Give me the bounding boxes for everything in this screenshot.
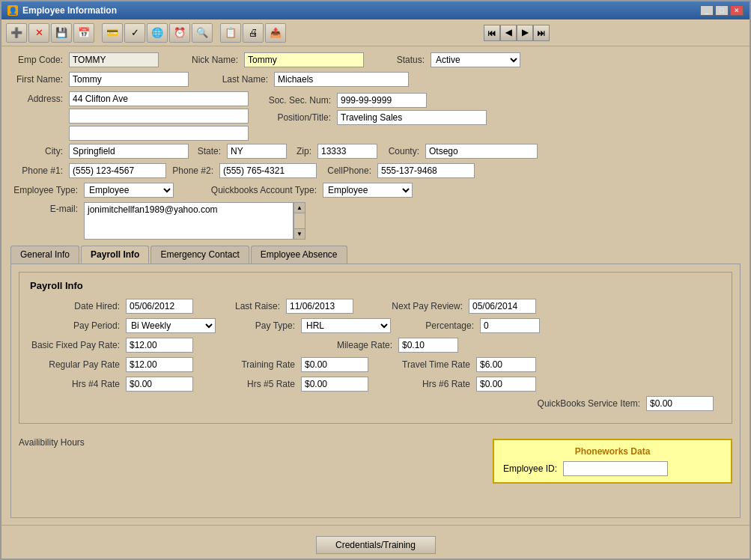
training-rate-input[interactable] (301, 357, 368, 372)
row-names: First Name: Last Name: (10, 72, 741, 87)
app-icon: 👤 (7, 5, 18, 16)
row-emp-code: Emp Code: Nick Name: Status: Active Inac… (10, 52, 741, 67)
tab-payroll[interactable]: Payroll Info (81, 246, 149, 264)
payroll-row4: Regular Pay Rate Training Rate Travel Ti… (30, 357, 721, 372)
first-name-input[interactable] (69, 72, 189, 87)
restore-button[interactable]: □ (715, 5, 729, 16)
pay-period-select[interactable]: Bi Weekly Weekly Semi-Monthly Monthly (126, 318, 216, 333)
main-window: 👤 Employee Information _ □ ✕ ➕ ✕ 💾 📅 💳 ✓… (0, 0, 751, 560)
address3-input[interactable] (69, 126, 249, 141)
tab-absence[interactable]: Employee Absence (251, 246, 347, 264)
next-pay-review-label: Next Pay Review: (388, 301, 463, 311)
position-input[interactable] (337, 110, 487, 125)
calendar-button[interactable]: 📅 (73, 23, 94, 43)
phoneworks-emp-id-input[interactable] (563, 461, 668, 476)
phone2-input[interactable] (219, 163, 317, 178)
zip-input[interactable] (317, 144, 377, 159)
phone1-label: Phone #1: (10, 165, 63, 176)
nick-name-label: Nick Name: (186, 55, 238, 65)
state-label: State: (195, 146, 221, 156)
emp-code-label: Emp Code: (10, 55, 63, 65)
print-button[interactable]: 🖨 (243, 23, 264, 43)
qb-account-label: Quickbooks Account Type: (201, 185, 317, 195)
hrs5-input[interactable] (301, 377, 368, 392)
percentage-input[interactable] (480, 318, 540, 333)
emp-type-label: Employee Type: (10, 185, 78, 195)
qb-service-input[interactable] (646, 396, 714, 411)
payroll-box: Payroll Info Date Hired: Last Raise: Nex… (19, 272, 732, 424)
status-select[interactable]: Active Inactive Terminated (431, 52, 520, 67)
tabs-row: General Info Payroll Info Emergency Cont… (10, 246, 741, 264)
copy-button[interactable]: 📋 (220, 23, 241, 43)
nav-prev-button[interactable]: ◀ (500, 25, 517, 41)
date-hired-label: Date Hired: (30, 301, 120, 311)
county-input[interactable] (425, 144, 538, 159)
phoneworks-title: Phoneworks Data (503, 446, 722, 457)
pay-type-select[interactable]: HRL SAL COM (301, 318, 391, 333)
window-title: Employee Information (22, 5, 117, 16)
check-button[interactable]: ✓ (124, 23, 145, 43)
minimize-button[interactable]: _ (700, 5, 714, 16)
percentage-label: Percentage: (418, 320, 474, 331)
pay-type-label: Pay Type: (243, 320, 295, 331)
hrs6-input[interactable] (476, 377, 536, 392)
position-label: Position/Title: (264, 112, 331, 123)
nav-buttons: ⏮ ◀ ▶ ⏭ (484, 25, 550, 41)
city-input[interactable] (69, 144, 189, 159)
payroll-row5: Hrs #4 Rate Hrs #5 Rate Hrs #6 Rate (30, 377, 721, 392)
save-button[interactable]: 💾 (51, 23, 72, 43)
last-name-label: Last Name: (216, 74, 268, 85)
emp-type-select[interactable]: Employee Contractor 1099 (84, 183, 174, 198)
nick-name-input[interactable] (244, 52, 364, 67)
last-raise-input[interactable] (286, 299, 353, 314)
tabs-container: General Info Payroll Info Emergency Cont… (10, 246, 741, 518)
row-phone: Phone #1: Phone #2: CellPhone: (10, 163, 741, 178)
bottom-bar: Credentials/Training (1, 525, 750, 559)
basic-fixed-input[interactable] (126, 338, 193, 353)
last-raise-label: Last Raise: (228, 301, 280, 311)
hrs4-input[interactable] (126, 377, 193, 392)
cellphone-input[interactable] (377, 163, 475, 178)
emp-code-input[interactable] (69, 52, 159, 67)
phone1-input[interactable] (69, 163, 166, 178)
phoneworks-box: Phoneworks Data Employee ID: (493, 439, 732, 484)
email-input[interactable]: jonimitchellfan1989@yahoo.com (84, 202, 294, 240)
regular-pay-input[interactable] (126, 357, 193, 372)
tab-emergency[interactable]: Emergency Contact (150, 246, 249, 264)
email-scroll-up[interactable]: ▲ (294, 203, 305, 213)
basic-fixed-label: Basic Fixed Pay Rate: (30, 340, 120, 350)
nav-last-button[interactable]: ⏭ (533, 25, 550, 41)
export-button[interactable]: 📤 (265, 23, 286, 43)
travel-time-input[interactable] (476, 357, 536, 372)
hrs6-label: Hrs #6 Rate (395, 379, 470, 389)
travel-time-label: Travel Time Rate (395, 359, 470, 370)
mileage-rate-input[interactable] (398, 338, 458, 353)
clock-button[interactable]: ⏰ (169, 23, 190, 43)
next-pay-review-input[interactable] (469, 299, 536, 314)
address-label: Address: (10, 94, 63, 104)
tab-general[interactable]: General Info (10, 246, 79, 264)
address1-input[interactable] (69, 91, 249, 106)
search-button[interactable]: 🔍 (192, 23, 213, 43)
email-scroll-down[interactable]: ▼ (294, 228, 305, 239)
hrs5-label: Hrs #5 Rate (228, 379, 295, 389)
globe-button[interactable]: 🌐 (147, 23, 168, 43)
date-hired-input[interactable] (126, 299, 193, 314)
nav-first-button[interactable]: ⏮ (484, 25, 500, 41)
nav-next-button[interactable]: ▶ (517, 25, 533, 41)
address2-input[interactable] (69, 109, 249, 124)
qb-account-select[interactable]: Employee Vendor (323, 183, 413, 198)
state-input[interactable] (227, 144, 287, 159)
credentials-training-button[interactable]: Credentials/Training (316, 536, 436, 554)
row-email: E-mail: jonimitchellfan1989@yahoo.com ▲ … (10, 202, 741, 240)
close-button[interactable]: ✕ (730, 5, 744, 16)
availability-title: Availibility Hours (19, 437, 85, 448)
status-label: Status: (391, 55, 425, 65)
delete-button[interactable]: ✕ (28, 23, 49, 43)
credit-button[interactable]: 💳 (102, 23, 123, 43)
new-button[interactable]: ➕ (6, 23, 27, 43)
soc-sec-input[interactable] (337, 93, 427, 108)
main-content: Emp Code: Nick Name: Status: Active Inac… (1, 46, 750, 525)
county-label: County: (383, 146, 419, 156)
last-name-input[interactable] (274, 72, 409, 87)
